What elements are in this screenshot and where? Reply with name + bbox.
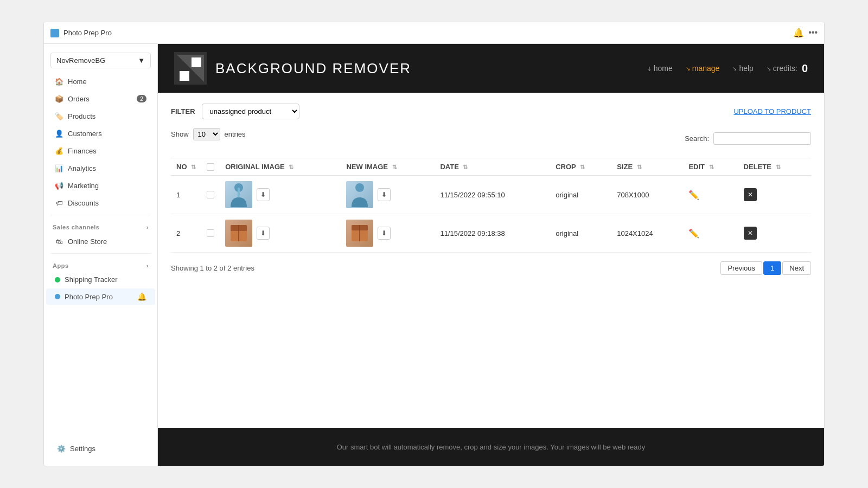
search-input[interactable]	[713, 132, 811, 145]
showing-entries-text: Showing 1 to 2 of 2 entries	[171, 264, 254, 272]
sidebar-item-discounts[interactable]: 🏷 Discounts	[46, 195, 155, 211]
nav-arrow-icon: ↘	[767, 66, 771, 72]
th-size-label: SIZE	[617, 163, 633, 171]
sidebar-item-orders[interactable]: 📦 Orders 2	[46, 91, 155, 107]
sort-edit-icon[interactable]: ⇅	[709, 164, 714, 170]
top-bar-actions: 🔔 •••	[793, 28, 818, 38]
pagination-buttons: Previous 1 Next	[720, 261, 811, 275]
entries-search-wrapper: Show 10 25 50 entries Search:	[171, 128, 811, 149]
discounts-icon: 🏷	[55, 198, 63, 207]
app-tab-icon	[50, 29, 59, 37]
th-new-image-label: NEW IMAGE	[346, 163, 388, 171]
sidebar-item-label: Marketing	[68, 182, 146, 190]
apps-label: Apps	[53, 262, 69, 269]
sidebar-bottom: ⚙️ Settings	[44, 435, 157, 461]
filter-select[interactable]: unassigned product all products	[202, 104, 299, 119]
sidebar-item-finances[interactable]: 💰 Finances	[46, 143, 155, 159]
row-checkbox[interactable]	[207, 229, 214, 237]
new-download-button[interactable]: ⬇	[378, 227, 391, 240]
marketing-icon: 📢	[55, 181, 63, 190]
sidebar-item-photo-prep-pro[interactable]: Photo Prep Pro 🔔	[46, 288, 155, 305]
size-cell: 1024X1024	[611, 214, 683, 253]
entries-label: entries	[225, 130, 246, 138]
app-nav-label: home	[654, 64, 673, 73]
products-icon: 🏷️	[55, 112, 63, 120]
sort-original-icon[interactable]: ⇅	[289, 164, 293, 170]
analytics-icon: 📊	[55, 164, 63, 172]
row-checkbox-cell	[201, 214, 220, 253]
sort-new-icon[interactable]: ⇅	[392, 164, 397, 170]
orders-icon: 📦	[55, 94, 63, 103]
more-icon[interactable]: •••	[808, 28, 818, 38]
th-no: NO ⇅	[171, 158, 201, 176]
new-image-cell: ⬇	[341, 214, 435, 253]
sidebar-item-marketing[interactable]: 📢 Marketing	[46, 177, 155, 194]
page-1-button[interactable]: 1	[763, 261, 781, 275]
new-image-thumb	[346, 220, 373, 247]
next-button[interactable]: Next	[782, 261, 811, 275]
store-selector[interactable]: NovRemoveBG ▼	[50, 53, 151, 68]
th-no-label: NO	[176, 163, 187, 171]
row-checkbox[interactable]	[207, 191, 214, 198]
orders-badge: 2	[137, 95, 146, 102]
th-original-image: ORIGINAL IMAGE ⇅	[220, 158, 341, 176]
sidebar-item-customers[interactable]: 👤 Customers	[46, 125, 155, 142]
show-label: Show	[171, 130, 189, 138]
edit-button[interactable]: ✏️	[688, 190, 699, 200]
sort-size-icon[interactable]: ⇅	[637, 164, 642, 170]
app-nav-help[interactable]: ↘ help	[732, 64, 753, 73]
search-row: Search:	[685, 132, 811, 145]
sidebar-item-label: Shipping Tracker	[65, 275, 146, 284]
date-cell: 11/15/2022 09:18:38	[435, 214, 550, 253]
delete-cell: ✕	[738, 214, 811, 253]
sidebar-item-analytics[interactable]: 📊 Analytics	[46, 160, 155, 176]
sidebar-item-label: Analytics	[68, 164, 146, 172]
new-image-wrapper: ⬇	[346, 181, 429, 208]
crop-cell: original	[550, 214, 611, 253]
app-nav-manage[interactable]: ↘ manage	[686, 64, 720, 73]
sort-no-icon[interactable]: ⇅	[191, 164, 196, 170]
sales-channels-arrow[interactable]: ›	[146, 224, 149, 230]
edit-cell: ✏️	[683, 214, 738, 253]
store-icon: 🛍	[55, 237, 63, 246]
row-checkbox-cell	[201, 176, 220, 214]
th-size: SIZE ⇅	[611, 158, 683, 176]
sidebar-item-home[interactable]: 🏠 Home	[46, 73, 155, 89]
sort-date-icon[interactable]: ⇅	[463, 164, 468, 170]
sidebar-item-products[interactable]: 🏷️ Products	[46, 108, 155, 124]
sort-delete-icon[interactable]: ⇅	[776, 164, 781, 170]
edit-button[interactable]: ✏️	[688, 229, 699, 238]
app-nav-home[interactable]: ↘ home	[647, 64, 673, 73]
bell-icon[interactable]: 🔔	[793, 28, 804, 38]
app-nav-credits[interactable]: ↘ credits: 0	[767, 62, 808, 75]
th-crop-label: CROP	[556, 163, 576, 171]
new-download-button[interactable]: ⬇	[378, 188, 391, 201]
th-date: DATE ⇅	[435, 158, 550, 176]
sidebar: NovRemoveBG ▼ 🏠 Home 📦 Orders 2 🏷️ Produ…	[44, 44, 158, 466]
footer-text: Our smart bot will automatically remove,…	[337, 443, 646, 451]
filter-label: FILTER	[171, 107, 195, 115]
select-all-checkbox[interactable]	[207, 163, 214, 171]
sidebar-item-shipping-tracker[interactable]: Shipping Tracker	[46, 272, 155, 287]
app-nav-label: help	[739, 64, 753, 73]
original-download-button[interactable]: ⬇	[257, 188, 270, 201]
sidebar-item-online-store[interactable]: 🛍 Online Store	[46, 233, 155, 249]
svg-rect-4	[238, 188, 240, 197]
th-original-image-label: ORIGINAL IMAGE	[225, 163, 285, 171]
shipping-tracker-dot	[55, 277, 60, 282]
previous-button[interactable]: Previous	[720, 261, 762, 275]
sidebar-item-settings[interactable]: ⚙️ Settings	[48, 440, 153, 457]
upload-to-product-button[interactable]: UPLOAD TO PRODUCT	[733, 107, 811, 115]
photo-prep-notif: 🔔	[137, 292, 146, 301]
original-download-button[interactable]: ⬇	[257, 227, 270, 240]
row-no: 2	[171, 214, 201, 253]
th-crop: CROP ⇅	[550, 158, 611, 176]
original-image-wrapper: ⬇	[225, 181, 335, 208]
apps-arrow[interactable]: ›	[146, 262, 149, 269]
data-table: NO ⇅ ORIGINAL IMAGE ⇅ NEW IMA	[171, 158, 811, 253]
delete-button[interactable]: ✕	[744, 188, 757, 201]
delete-button[interactable]: ✕	[744, 227, 757, 240]
sort-crop-icon[interactable]: ⇅	[580, 164, 585, 170]
entries-per-page-select[interactable]: 10 25 50	[193, 128, 220, 140]
sidebar-item-label: Discounts	[68, 199, 146, 207]
